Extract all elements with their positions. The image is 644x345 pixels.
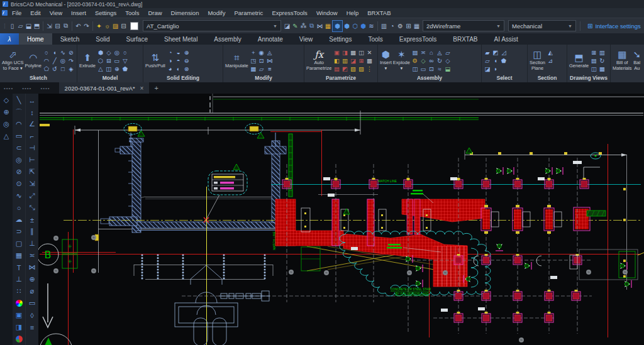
ribbon-mini-icon[interactable]: ◈ (67, 65, 75, 73)
sun-icon[interactable]: ☼ (103, 21, 111, 31)
tab-tools[interactable]: Tools (360, 33, 391, 45)
dim-equal-icon[interactable]: ≍ (26, 249, 38, 261)
ribbon-mini-icon[interactable]: ◫ (411, 65, 419, 73)
ribbon-mini-icon[interactable]: ◫ (357, 48, 365, 57)
blue-cube-icon[interactable]: ▣ (13, 309, 25, 321)
ribbon-mini-icon[interactable]: ⊿ (547, 57, 554, 65)
ribbon-mini-icon[interactable]: ⋈ (266, 57, 274, 65)
ribbon-mini-icon[interactable]: ◫ (590, 65, 597, 73)
ribbon-mini-icon[interactable]: ▥ (598, 48, 606, 57)
ribbon-mini-icon[interactable]: ≡ (266, 65, 274, 73)
ribbon-mini-icon[interactable]: ◨ (341, 48, 348, 57)
lasso-icon[interactable]: ⊃ (13, 226, 25, 238)
ribbon-mini-icon[interactable]: ▦ (250, 65, 257, 73)
print-icon[interactable]: ⊟ (119, 21, 128, 31)
ribbon-mini-icon[interactable]: ≈ (436, 65, 443, 73)
menu-window[interactable]: Window (312, 9, 342, 16)
ribbon-mini-icon[interactable]: ▽ (121, 57, 129, 65)
ribbon-mini-icon[interactable]: ≍ (419, 48, 427, 57)
redo-icon[interactable]: ↷ (82, 21, 91, 31)
dim-node-icon[interactable]: ◊ (26, 309, 38, 321)
document-tab[interactable]: 2020-03674-01-001_revA* × (59, 82, 150, 94)
ribbon-mini-icon[interactable]: ◧ (333, 57, 340, 65)
menu-edit[interactable]: Edit (26, 9, 45, 16)
draw-order-icon[interactable]: ◔ (388, 21, 396, 31)
balloon-button[interactable]: ➘Bal Au (633, 49, 641, 71)
dim-perp-icon[interactable]: ⊥ (26, 238, 38, 249)
ribbon-mini-icon[interactable]: ⬢ (97, 48, 104, 57)
save-all-icon[interactable]: ⬒ (33, 21, 41, 31)
ribbon-mini-icon[interactable]: ◇ (105, 48, 113, 57)
color-circle-icon[interactable] (13, 333, 25, 345)
circle-icon[interactable]: ◎ (13, 154, 25, 166)
ribbon-mini-icon[interactable]: ▤ (333, 65, 340, 73)
ribbon-mini-icon[interactable]: ◬ (266, 48, 274, 57)
text-icon[interactable]: T (13, 261, 25, 273)
ribbon-mini-icon[interactable]: ↺ (51, 65, 58, 73)
dim-corner-icon[interactable]: ⌐ (26, 130, 38, 142)
ribbon-mini-icon[interactable]: ◭ (547, 48, 554, 57)
generate-button[interactable]: ⬒Generate (569, 52, 589, 69)
ribbon-mini-icon[interactable]: ◔ (167, 48, 174, 57)
ribbon-mini-icon[interactable]: □ (59, 65, 67, 73)
ellipse-icon[interactable]: ⊘ (13, 166, 25, 178)
ribbon-mini-icon[interactable]: ⊖ (183, 57, 191, 65)
rectangle-icon[interactable]: ▭ (13, 130, 25, 142)
menu-expresstools[interactable]: ExpressTools (267, 9, 312, 16)
publish-icon[interactable]: ⧉ (62, 21, 70, 31)
color-wheel-icon[interactable] (13, 297, 25, 309)
settings-gear-icon[interactable]: ⚙ (396, 21, 404, 31)
plot-icon[interactable]: ⊟ (53, 21, 62, 31)
region-icon[interactable]: ▢ (13, 238, 25, 249)
tab-home[interactable]: Home (19, 33, 52, 45)
ribbon-mini-icon[interactable]: ⊡ (428, 65, 435, 73)
bim-cube-icon[interactable]: ⬢ (332, 20, 343, 32)
ribbon-mini-icon[interactable]: ▩ (365, 57, 373, 65)
ribbon-mini-icon[interactable]: ▱ (444, 48, 452, 57)
ribbon-mini-icon[interactable]: ⊗ (183, 65, 191, 73)
mesh-cube-icon[interactable]: ⬢ (359, 21, 367, 31)
tab-brxtab[interactable]: BRXTAB (445, 33, 486, 45)
layer-folder-icon[interactable]: ▨ (111, 21, 119, 31)
polyline-button[interactable]: ◠Polyline (25, 52, 42, 69)
ribbon-mini-icon[interactable]: ╱ (51, 57, 58, 65)
layers-icon[interactable]: ≋ (367, 21, 375, 31)
menu-brxtab[interactable]: BRXTAB (363, 9, 395, 16)
ribbon-mini-icon[interactable]: ⌂ (428, 48, 435, 57)
ribbon-mini-icon[interactable]: △ (97, 65, 104, 73)
ribbon-mini-icon[interactable]: ∿ (59, 48, 67, 57)
menu-app-icon[interactable] (2, 10, 8, 16)
close-tab-icon[interactable]: × (140, 85, 144, 92)
menu-file[interactable]: File (8, 9, 26, 16)
ribbon-mini-icon[interactable]: ▱ (258, 65, 265, 73)
ribbon-mini-icon[interactable]: ◓ (175, 57, 182, 65)
section-plane-button[interactable]: ◫Section Plane (530, 49, 545, 71)
ribbon-mini-icon[interactable]: ⚙ (411, 57, 419, 65)
dots-handle-icon[interactable]: ∷ (13, 285, 25, 297)
solid-cube-icon[interactable]: ⬢ (343, 21, 351, 31)
ribbon-mini-icon[interactable]: ◩ (341, 65, 348, 73)
ribbon-mini-icon[interactable]: ⬟ (121, 65, 129, 73)
blocks-icon[interactable]: ▦ (324, 21, 332, 31)
table-icon[interactable]: ▦ (13, 249, 25, 261)
dim-tol-icon[interactable]: ± (26, 214, 38, 226)
ribbon-mini-icon[interactable]: ▰ (484, 48, 491, 57)
ribbon-mini-icon[interactable]: + (250, 48, 257, 57)
dim-radius-icon[interactable]: ⌀ (26, 285, 38, 297)
tab-view[interactable]: View (291, 33, 321, 45)
ribbon-mini-icon[interactable]: ◬ (436, 48, 443, 57)
match-props-icon[interactable]: ⁂ (299, 21, 308, 31)
ribbon-mini-icon[interactable]: ↻ (436, 57, 443, 65)
tab-ai-assist[interactable]: AI Assist (486, 33, 526, 45)
tab-assembly[interactable]: Assembly (206, 33, 249, 45)
block-select[interactable]: AT_Cartiglio▼ (143, 20, 281, 31)
columns-icon[interactable]: ▥ (380, 21, 388, 31)
ribbon-mini-icon[interactable]: ⊕ (183, 48, 191, 57)
ribbon-mini-icon[interactable]: ⊕ (113, 65, 121, 73)
tab-sketch[interactable]: Sketch (52, 33, 88, 45)
ribbon-mini-icon[interactable]: ⊞ (357, 57, 365, 65)
ribbon-mini-icon[interactable]: ◪ (484, 65, 491, 73)
ribbon-mini-icon[interactable]: ◑ (167, 57, 174, 65)
dim-linear-icon[interactable]: ↔ (26, 94, 38, 106)
ribbon-mini-icon[interactable]: ○ (121, 48, 129, 57)
